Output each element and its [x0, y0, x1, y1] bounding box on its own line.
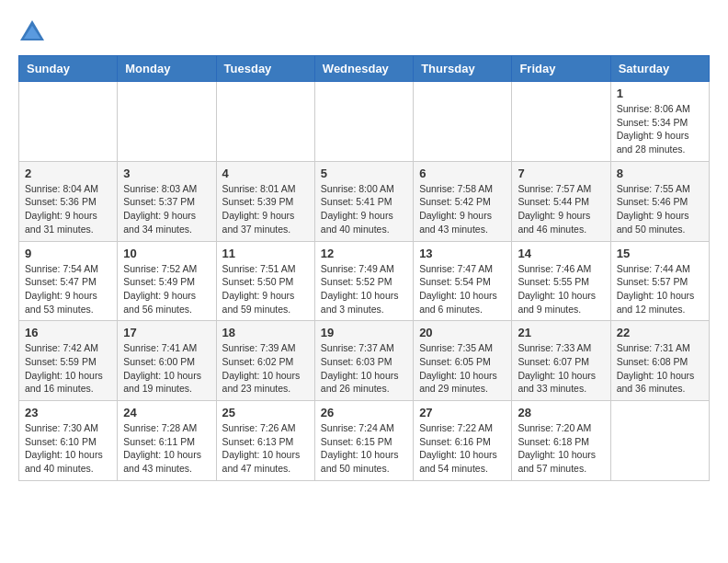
calendar-cell: 8Sunrise: 7:55 AM Sunset: 5:46 PM Daylig… — [610, 161, 709, 241]
day-number: 15 — [617, 247, 703, 260]
day-number: 27 — [419, 406, 506, 419]
day-info: Sunrise: 7:20 AM Sunset: 6:18 PM Dayligh… — [518, 421, 604, 476]
calendar-cell: 12Sunrise: 7:49 AM Sunset: 5:52 PM Dayli… — [314, 241, 413, 321]
day-header-tuesday: Tuesday — [216, 56, 314, 82]
day-number: 16 — [25, 326, 111, 339]
calendar-cell: 6Sunrise: 7:58 AM Sunset: 5:42 PM Daylig… — [414, 161, 512, 241]
day-header-monday: Monday — [118, 56, 216, 82]
day-info: Sunrise: 7:51 AM Sunset: 5:50 PM Dayligh… — [222, 262, 309, 316]
day-header-thursday: Thursday — [414, 56, 512, 82]
calendar-cell: 18Sunrise: 7:39 AM Sunset: 6:02 PM Dayli… — [216, 321, 314, 401]
day-info: Sunrise: 8:00 AM Sunset: 5:41 PM Dayligh… — [321, 182, 407, 236]
calendar-cell: 24Sunrise: 7:28 AM Sunset: 6:11 PM Dayli… — [118, 401, 216, 481]
day-number: 1 — [617, 86, 703, 100]
day-info: Sunrise: 7:42 AM Sunset: 5:59 PM Dayligh… — [25, 341, 111, 396]
calendar-cell — [19, 82, 118, 162]
day-info: Sunrise: 7:30 AM Sunset: 6:10 PM Dayligh… — [25, 421, 111, 476]
calendar-cell — [314, 82, 413, 162]
day-info: Sunrise: 7:22 AM Sunset: 6:16 PM Dayligh… — [419, 421, 506, 476]
calendar-cell: 4Sunrise: 8:01 AM Sunset: 5:39 PM Daylig… — [216, 161, 314, 241]
day-number: 28 — [518, 406, 604, 419]
day-number: 11 — [222, 247, 309, 260]
day-info: Sunrise: 7:52 AM Sunset: 5:49 PM Dayligh… — [123, 262, 210, 316]
day-number: 25 — [222, 406, 309, 419]
day-info: Sunrise: 7:47 AM Sunset: 5:54 PM Dayligh… — [419, 262, 506, 316]
day-info: Sunrise: 7:26 AM Sunset: 6:13 PM Dayligh… — [222, 421, 309, 476]
calendar-cell: 28Sunrise: 7:20 AM Sunset: 6:18 PM Dayli… — [512, 401, 610, 481]
day-info: Sunrise: 7:39 AM Sunset: 6:02 PM Dayligh… — [222, 341, 309, 396]
calendar-cell: 7Sunrise: 7:57 AM Sunset: 5:44 PM Daylig… — [512, 161, 610, 241]
calendar-cell: 2Sunrise: 8:04 AM Sunset: 5:36 PM Daylig… — [19, 161, 118, 241]
day-info: Sunrise: 7:41 AM Sunset: 6:00 PM Dayligh… — [123, 341, 210, 396]
day-info: Sunrise: 8:06 AM Sunset: 5:34 PM Dayligh… — [617, 102, 703, 156]
day-info: Sunrise: 7:55 AM Sunset: 5:46 PM Dayligh… — [617, 182, 703, 236]
day-header-saturday: Saturday — [610, 56, 709, 82]
calendar-cell: 16Sunrise: 7:42 AM Sunset: 5:59 PM Dayli… — [19, 321, 118, 401]
calendar-week-row: 9Sunrise: 7:54 AM Sunset: 5:47 PM Daylig… — [19, 241, 710, 321]
day-number: 7 — [518, 167, 604, 180]
day-number: 20 — [419, 326, 506, 339]
day-info: Sunrise: 8:04 AM Sunset: 5:36 PM Dayligh… — [25, 182, 111, 236]
calendar-week-row: 1Sunrise: 8:06 AM Sunset: 5:34 PM Daylig… — [19, 82, 710, 162]
calendar-cell — [118, 82, 216, 162]
day-number: 19 — [321, 326, 407, 339]
calendar-cell — [512, 82, 610, 162]
day-info: Sunrise: 7:35 AM Sunset: 6:05 PM Dayligh… — [419, 341, 506, 396]
day-number: 5 — [321, 167, 407, 180]
day-info: Sunrise: 7:24 AM Sunset: 6:15 PM Dayligh… — [321, 421, 407, 476]
calendar-header-row: SundayMondayTuesdayWednesdayThursdayFrid… — [19, 56, 710, 82]
day-number: 4 — [222, 167, 309, 180]
day-number: 22 — [617, 326, 703, 339]
calendar-cell: 13Sunrise: 7:47 AM Sunset: 5:54 PM Dayli… — [414, 241, 512, 321]
day-info: Sunrise: 7:46 AM Sunset: 5:55 PM Dayligh… — [518, 262, 604, 316]
day-number: 9 — [25, 247, 111, 260]
calendar-cell — [414, 82, 512, 162]
calendar-cell: 3Sunrise: 8:03 AM Sunset: 5:37 PM Daylig… — [118, 161, 216, 241]
day-info: Sunrise: 7:44 AM Sunset: 5:57 PM Dayligh… — [617, 262, 703, 316]
day-info: Sunrise: 8:03 AM Sunset: 5:37 PM Dayligh… — [123, 182, 210, 236]
calendar-cell: 26Sunrise: 7:24 AM Sunset: 6:15 PM Dayli… — [314, 401, 413, 481]
day-number: 17 — [123, 326, 210, 339]
calendar-cell: 20Sunrise: 7:35 AM Sunset: 6:05 PM Dayli… — [414, 321, 512, 401]
calendar-cell: 19Sunrise: 7:37 AM Sunset: 6:03 PM Dayli… — [314, 321, 413, 401]
day-info: Sunrise: 7:58 AM Sunset: 5:42 PM Dayligh… — [419, 182, 506, 236]
calendar-cell: 17Sunrise: 7:41 AM Sunset: 6:00 PM Dayli… — [118, 321, 216, 401]
calendar-cell: 21Sunrise: 7:33 AM Sunset: 6:07 PM Dayli… — [512, 321, 610, 401]
calendar-cell: 10Sunrise: 7:52 AM Sunset: 5:49 PM Dayli… — [118, 241, 216, 321]
day-info: Sunrise: 7:54 AM Sunset: 5:47 PM Dayligh… — [25, 262, 111, 316]
day-number: 12 — [321, 247, 407, 260]
day-info: Sunrise: 7:31 AM Sunset: 6:08 PM Dayligh… — [617, 341, 703, 396]
day-number: 13 — [419, 247, 506, 260]
day-number: 8 — [617, 167, 703, 180]
calendar-cell: 11Sunrise: 7:51 AM Sunset: 5:50 PM Dayli… — [216, 241, 314, 321]
day-info: Sunrise: 7:33 AM Sunset: 6:07 PM Dayligh… — [518, 341, 604, 396]
day-number: 23 — [25, 406, 111, 419]
calendar-cell: 5Sunrise: 8:00 AM Sunset: 5:41 PM Daylig… — [314, 161, 413, 241]
calendar-cell: 23Sunrise: 7:30 AM Sunset: 6:10 PM Dayli… — [19, 401, 118, 481]
calendar-cell — [610, 401, 709, 481]
calendar-week-row: 2Sunrise: 8:04 AM Sunset: 5:36 PM Daylig… — [19, 161, 710, 241]
calendar-cell: 14Sunrise: 7:46 AM Sunset: 5:55 PM Dayli… — [512, 241, 610, 321]
calendar: SundayMondayTuesdayWednesdayThursdayFrid… — [18, 55, 710, 481]
calendar-cell: 15Sunrise: 7:44 AM Sunset: 5:57 PM Dayli… — [610, 241, 709, 321]
day-number: 21 — [518, 326, 604, 339]
calendar-cell: 27Sunrise: 7:22 AM Sunset: 6:16 PM Dayli… — [414, 401, 512, 481]
generalblue-logo-icon — [18, 18, 46, 46]
day-info: Sunrise: 7:49 AM Sunset: 5:52 PM Dayligh… — [321, 262, 407, 316]
day-info: Sunrise: 7:37 AM Sunset: 6:03 PM Dayligh… — [321, 341, 407, 396]
calendar-cell: 9Sunrise: 7:54 AM Sunset: 5:47 PM Daylig… — [19, 241, 118, 321]
day-info: Sunrise: 8:01 AM Sunset: 5:39 PM Dayligh… — [222, 182, 309, 236]
calendar-cell: 22Sunrise: 7:31 AM Sunset: 6:08 PM Dayli… — [610, 321, 709, 401]
calendar-cell: 25Sunrise: 7:26 AM Sunset: 6:13 PM Dayli… — [216, 401, 314, 481]
calendar-cell — [216, 82, 314, 162]
day-info: Sunrise: 7:57 AM Sunset: 5:44 PM Dayligh… — [518, 182, 604, 236]
day-header-friday: Friday — [512, 56, 610, 82]
calendar-cell: 1Sunrise: 8:06 AM Sunset: 5:34 PM Daylig… — [610, 82, 709, 162]
day-header-sunday: Sunday — [19, 56, 118, 82]
day-number: 10 — [123, 247, 210, 260]
logo — [18, 18, 50, 46]
calendar-week-row: 16Sunrise: 7:42 AM Sunset: 5:59 PM Dayli… — [19, 321, 710, 401]
day-number: 24 — [123, 406, 210, 419]
day-number: 14 — [518, 247, 604, 260]
day-header-wednesday: Wednesday — [314, 56, 413, 82]
